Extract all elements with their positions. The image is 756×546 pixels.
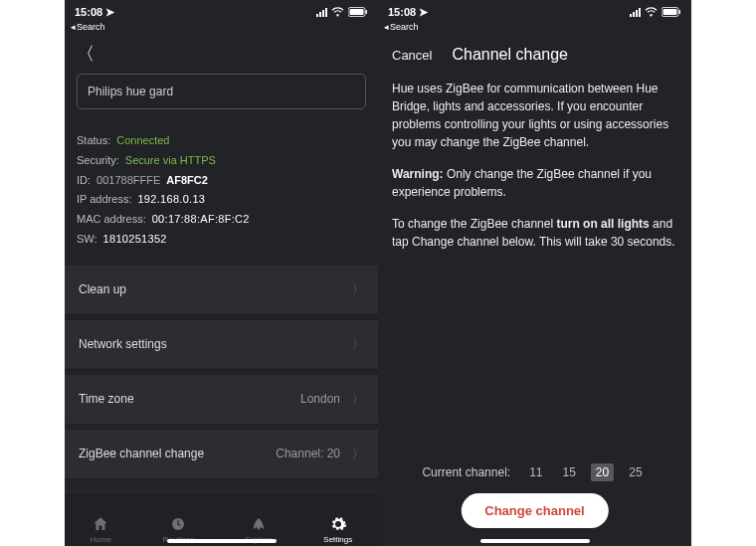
current-channel-label: Current channel: <box>422 465 510 479</box>
bridge-id: AF8FC2 <box>166 171 208 191</box>
row-label: Time zone <box>79 392 134 406</box>
time: 15:08 <box>388 6 416 18</box>
ip-address: 192.168.0.13 <box>137 190 205 210</box>
home-indicator[interactable] <box>480 539 590 543</box>
back-chevron-icon[interactable]: 〈 <box>77 44 94 64</box>
status-bar: 15:08➤ <box>378 0 691 22</box>
time: 15:08 <box>75 6 102 18</box>
zigbee-value: Channel: 20 <box>276 447 340 460</box>
row-label: Clean up <box>79 282 126 296</box>
wifi-icon <box>645 7 658 17</box>
wifi-icon <box>331 7 344 17</box>
channel-change-screen: 15:08➤ Search Cancel Channel change Hue … <box>378 0 691 546</box>
tab-bar: Home Routines Explore Settings <box>65 491 378 546</box>
status-bar: 15:08➤ <box>65 0 378 22</box>
svg-rect-5 <box>663 9 677 15</box>
svg-rect-2 <box>366 10 368 14</box>
battery-icon <box>348 7 368 17</box>
svg-rect-6 <box>679 10 681 14</box>
timezone-value: London <box>300 392 340 406</box>
mac-address: 00:17:88:AF:8F:C2 <box>152 210 250 230</box>
status-value: Connected <box>116 131 169 151</box>
home-icon <box>92 515 109 533</box>
tab-home[interactable]: Home <box>91 515 111 544</box>
change-channel-button[interactable]: Change channel <box>461 493 608 528</box>
channel-selector: Current channel: 11 15 20 25 <box>378 463 691 481</box>
location-icon: ➤ <box>105 6 114 19</box>
network-settings-row[interactable]: Network settings 〉 <box>65 320 378 370</box>
back-to-search[interactable]: Search <box>378 22 691 36</box>
location-icon: ➤ <box>419 6 428 19</box>
bridge-name-input[interactable] <box>77 74 366 109</box>
clock-icon <box>169 515 187 533</box>
page-title: Channel change <box>452 46 568 64</box>
gear-icon <box>329 515 347 533</box>
channel-11[interactable]: 11 <box>524 463 547 481</box>
rocket-icon <box>250 515 268 533</box>
sw-version: 1810251352 <box>103 230 167 250</box>
tab-label: Settings <box>323 535 352 544</box>
bridge-info: Status:Connected Security:Secure via HTT… <box>77 131 366 250</box>
chevron-right-icon: 〉 <box>352 446 364 462</box>
signal-icon <box>316 8 327 17</box>
channel-20[interactable]: 20 <box>591 463 614 481</box>
back-to-search[interactable]: Search <box>65 22 378 36</box>
tab-settings[interactable]: Settings <box>323 515 352 544</box>
description: Hue uses ZigBee for communication betwee… <box>378 76 691 269</box>
signal-icon <box>630 8 641 17</box>
cancel-button[interactable]: Cancel <box>392 48 432 63</box>
chevron-right-icon: 〉 <box>352 281 364 298</box>
home-indicator[interactable] <box>167 539 277 543</box>
row-label: Network settings <box>79 337 167 351</box>
chevron-right-icon: 〉 <box>352 336 364 353</box>
channel-15[interactable]: 15 <box>558 463 581 481</box>
tab-label: Home <box>91 535 111 544</box>
clean-up-row[interactable]: Clean up 〉 <box>65 266 378 315</box>
row-label: ZigBee channel change <box>79 447 204 460</box>
channel-25[interactable]: 25 <box>624 463 647 481</box>
battery-icon <box>662 7 681 17</box>
zigbee-channel-row[interactable]: ZigBee channel change Channel: 20〉 <box>65 430 378 479</box>
chevron-right-icon: 〉 <box>352 391 364 408</box>
time-zone-row[interactable]: Time zone London〉 <box>65 375 378 425</box>
svg-rect-1 <box>350 9 364 15</box>
security-value: Secure via HTTPS <box>125 151 216 171</box>
settings-screen: 15:08➤ Search 〈 Status:Connected Securit… <box>65 0 378 546</box>
